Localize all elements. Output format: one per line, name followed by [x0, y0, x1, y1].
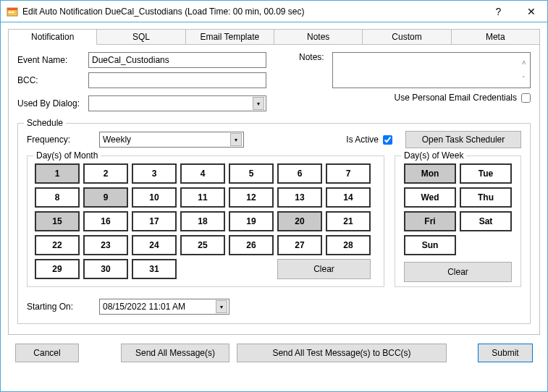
tab-strip: NotificationSQLEmail TemplateNotesCustom… — [8, 28, 540, 44]
dom-day-1[interactable]: 1 — [35, 163, 80, 184]
dom-legend: Day(s) of Month — [33, 150, 101, 161]
dom-day-7[interactable]: 7 — [326, 163, 371, 184]
dom-day-27[interactable]: 27 — [277, 235, 322, 255]
bcc-label: BCC: — [17, 75, 88, 85]
close-button[interactable]: ✕ — [515, 1, 547, 22]
dow-day-mon[interactable]: Mon — [404, 163, 456, 184]
dom-day-10[interactable]: 10 — [132, 187, 177, 208]
svg-rect-1 — [7, 8, 17, 10]
dow-day-thu[interactable]: Thu — [460, 187, 512, 208]
dow-day-fri[interactable]: Fri — [404, 211, 456, 231]
frequency-combo[interactable]: Weekly ▾ — [99, 132, 244, 148]
is-active-label: Is Active — [346, 135, 379, 145]
dom-day-29[interactable]: 29 — [35, 259, 80, 279]
dom-day-25[interactable]: 25 — [180, 235, 225, 255]
event-name-input[interactable] — [88, 52, 266, 68]
dom-day-20[interactable]: 20 — [277, 211, 322, 231]
is-active-checkbox[interactable] — [383, 135, 392, 145]
window-title: Edit Auto Notification DueCal_Custodians… — [22, 7, 482, 17]
frequency-label: Frequency: — [27, 135, 92, 145]
tab-notes[interactable]: Notes — [274, 29, 363, 45]
chevron-down-icon[interactable]: ▾ — [216, 300, 227, 313]
schedule-legend: Schedule — [24, 118, 66, 128]
dom-day-9[interactable]: 9 — [83, 187, 128, 208]
dom-day-8[interactable]: 8 — [35, 187, 80, 208]
dom-day-16[interactable]: 16 — [83, 211, 128, 231]
dom-day-14[interactable]: 14 — [326, 187, 371, 208]
notes-label: Notes: — [299, 52, 332, 88]
dom-day-17[interactable]: 17 — [132, 211, 177, 231]
dow-legend: Day(s) of Week — [401, 150, 466, 161]
cancel-button[interactable]: Cancel — [15, 344, 79, 362]
dom-day-30[interactable]: 30 — [83, 259, 128, 279]
pec-checkbox[interactable] — [521, 93, 531, 103]
dow-clear-button[interactable]: Clear — [404, 262, 512, 282]
dom-day-28[interactable]: 28 — [326, 235, 371, 255]
dom-day-3[interactable]: 3 — [132, 163, 177, 184]
title-bar: Edit Auto Notification DueCal_Custodians… — [1, 1, 547, 22]
notes-scroll-down[interactable]: ˅ — [518, 70, 529, 87]
dom-day-6[interactable]: 6 — [277, 163, 322, 184]
tab-meta[interactable]: Meta — [452, 29, 540, 45]
help-button[interactable]: ? — [482, 1, 515, 22]
dom-day-31[interactable]: 31 — [132, 259, 177, 279]
bottom-button-bar: Cancel Send All Message(s) Send All Test… — [8, 335, 540, 362]
submit-button[interactable]: Submit — [478, 344, 533, 362]
notes-scroll-up[interactable]: ʌ — [518, 54, 529, 70]
dom-day-24[interactable]: 24 — [132, 235, 177, 255]
svg-rect-2 — [9, 12, 11, 13]
days-of-month-group: Day(s) of Month 123456789101112131415161… — [27, 155, 384, 287]
dom-day-11[interactable]: 11 — [180, 187, 225, 208]
tab-body-notification: Event Name: BCC: Used By Dialog: ▾ — [8, 44, 540, 335]
send-all-test-messages-button[interactable]: Send All Test Message(s) to BCC(s) — [237, 344, 447, 362]
dom-day-4[interactable]: 4 — [180, 163, 225, 184]
tab-sql[interactable]: SQL — [97, 29, 185, 45]
starting-on-value: 08/15/2022 11:01 AM — [103, 302, 185, 312]
tab-custom[interactable]: Custom — [363, 29, 451, 45]
dom-day-15[interactable]: 15 — [35, 211, 80, 231]
dom-day-23[interactable]: 23 — [83, 235, 128, 255]
dom-day-12[interactable]: 12 — [229, 187, 274, 208]
app-icon — [7, 6, 18, 17]
dow-day-tue[interactable]: Tue — [460, 163, 512, 184]
schedule-group: Schedule Frequency: Weekly ▾ Is Active O… — [17, 123, 531, 324]
dom-day-13[interactable]: 13 — [277, 187, 322, 208]
dom-day-2[interactable]: 2 — [83, 163, 128, 184]
used-by-dialog-combo[interactable]: ▾ — [88, 95, 266, 111]
notes-textarea[interactable]: ʌ ˅ — [332, 52, 531, 88]
send-all-messages-button[interactable]: Send All Message(s) — [121, 344, 229, 362]
used-by-dialog-label: Used By Dialog: — [17, 98, 88, 108]
dom-day-26[interactable]: 26 — [229, 235, 274, 255]
starting-on-label: Starting On: — [27, 302, 99, 312]
open-task-scheduler-button[interactable]: Open Task Scheduler — [405, 131, 521, 148]
frequency-value: Weekly — [103, 135, 131, 145]
days-of-week-group: Day(s) of Week MonTueWedThuFriSatSunClea… — [395, 155, 521, 287]
event-name-label: Event Name: — [17, 55, 88, 65]
bcc-input[interactable] — [88, 72, 266, 88]
tab-email-template[interactable]: Email Template — [186, 29, 274, 45]
pec-label: Use Personal Email Credentials — [395, 93, 517, 103]
starting-on-picker[interactable]: 08/15/2022 11:01 AM ▾ — [99, 299, 229, 315]
dom-day-19[interactable]: 19 — [229, 211, 274, 231]
dom-day-22[interactable]: 22 — [35, 235, 80, 255]
dow-day-sat[interactable]: Sat — [460, 211, 512, 231]
dow-day-sun[interactable]: Sun — [404, 235, 456, 255]
dom-day-18[interactable]: 18 — [180, 211, 225, 231]
tab-notification[interactable]: Notification — [8, 29, 97, 45]
chevron-down-icon[interactable]: ▾ — [253, 97, 264, 110]
dom-clear-button[interactable]: Clear — [277, 259, 371, 279]
chevron-down-icon[interactable]: ▾ — [230, 133, 242, 146]
dom-day-5[interactable]: 5 — [229, 163, 274, 184]
dom-day-21[interactable]: 21 — [326, 211, 371, 231]
svg-rect-3 — [12, 12, 14, 13]
dow-day-wed[interactable]: Wed — [404, 187, 456, 208]
